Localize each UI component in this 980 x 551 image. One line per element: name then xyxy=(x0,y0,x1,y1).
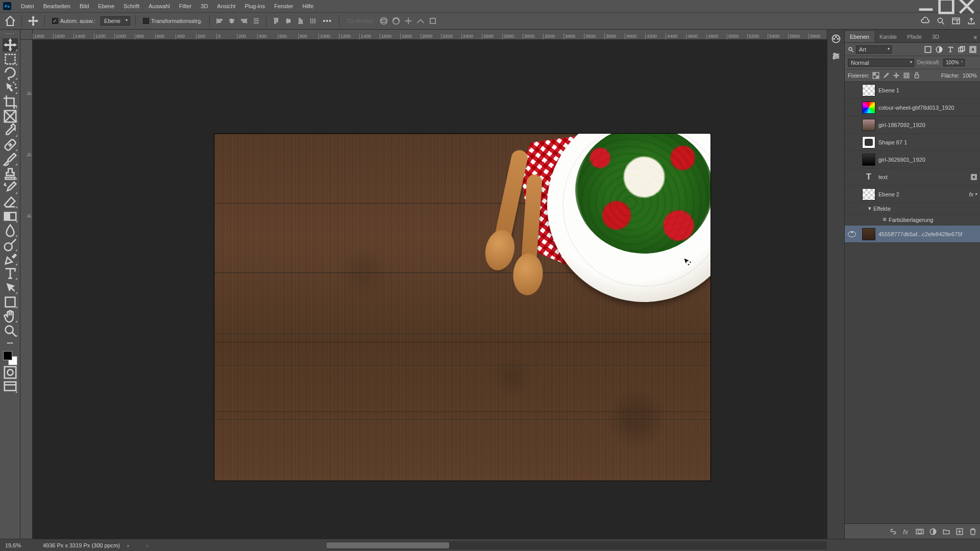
workspace-icon[interactable] xyxy=(951,16,961,26)
color-swatches[interactable] xyxy=(3,351,17,365)
marquee-tool[interactable] xyxy=(3,53,18,66)
layer-row[interactable]: Ebene 2fx ▾ xyxy=(845,186,980,203)
hand-tool[interactable] xyxy=(3,310,18,323)
layer-row[interactable]: ⦿Farbüberlagerung xyxy=(845,214,980,226)
effect-visibility-icon[interactable]: ⦿ xyxy=(883,217,887,222)
scroll-left-icon[interactable]: ‹ xyxy=(146,542,149,548)
minimize-icon[interactable] xyxy=(916,0,936,12)
layer-thumbnail[interactable] xyxy=(862,84,875,96)
layer-list[interactable]: Ebene 1colour-wheel-gbf78d013_1920girl-1… xyxy=(845,82,980,523)
toolbox-grip[interactable] xyxy=(3,32,17,36)
stamp-tool[interactable] xyxy=(3,167,18,180)
layer-name[interactable]: colour-wheel-gbf78d013_1920 xyxy=(878,105,977,111)
pen-tool[interactable] xyxy=(3,253,18,266)
menu-item[interactable]: Filter xyxy=(175,0,196,12)
distribute-icon[interactable] xyxy=(252,16,261,26)
menu-item[interactable]: Bearbeiten xyxy=(39,0,75,12)
maximize-icon[interactable] xyxy=(936,0,957,12)
link-layers-icon[interactable] xyxy=(889,528,897,536)
layer-name[interactable]: text xyxy=(878,174,971,180)
ruler-origin[interactable] xyxy=(20,30,33,40)
horizontal-scrollbar[interactable] xyxy=(327,541,827,549)
menu-item[interactable]: Auswahl xyxy=(144,0,175,12)
history-brush-tool[interactable] xyxy=(3,181,18,194)
layer-thumbnail[interactable] xyxy=(862,154,875,166)
layer-row[interactable]: colour-wheel-gbf78d013_1920 xyxy=(845,99,980,116)
quick-select-tool[interactable] xyxy=(3,81,18,94)
menu-item[interactable]: Hilfe xyxy=(298,0,318,12)
lock-position-icon[interactable] xyxy=(893,72,900,79)
layer-fx-icon[interactable]: fx xyxy=(902,528,911,536)
align-left-icon[interactable] xyxy=(215,16,224,26)
layer-name[interactable]: Ebene 1 xyxy=(878,87,977,93)
move-tool-icon[interactable] xyxy=(27,15,39,27)
menu-item[interactable]: Plug-ins xyxy=(240,0,270,12)
align-right-icon[interactable] xyxy=(239,16,249,26)
eyedropper-tool[interactable] xyxy=(3,124,18,137)
quickmask-icon[interactable] xyxy=(3,366,18,379)
brush-tool[interactable] xyxy=(3,153,18,166)
color-panel-icon[interactable] xyxy=(831,34,841,44)
layer-thumbnail[interactable] xyxy=(862,188,875,201)
tab-channels[interactable]: Kanäle xyxy=(874,31,902,42)
layer-thumbnail[interactable] xyxy=(862,119,875,131)
layer-row[interactable]: ▾Effekte xyxy=(845,203,980,214)
close-icon[interactable] xyxy=(957,0,977,12)
auto-select-target-dropdown[interactable]: Ebene xyxy=(101,16,130,26)
blur-tool[interactable] xyxy=(3,224,18,237)
transform-controls-checkbox[interactable]: Transformationsstrg. xyxy=(141,18,204,24)
layer-name[interactable]: Shape 87 1 xyxy=(878,139,977,145)
visibility-toggle[interactable] xyxy=(845,231,859,237)
layer-thumbnail[interactable] xyxy=(862,102,875,114)
ruler-horizontal[interactable]: 1800160014001200100080060040020002004006… xyxy=(33,30,827,40)
shape-tool[interactable] xyxy=(3,295,18,309)
align-hcenter-icon[interactable] xyxy=(227,16,236,26)
layer-row[interactable]: girl-1867092_1920 xyxy=(845,116,980,134)
panel-menu-icon[interactable]: ≡ xyxy=(971,32,980,42)
foreground-swatch[interactable] xyxy=(3,351,12,360)
canvas-area[interactable]: Unbenannt-1 bei 19,6% (4555ff777db5af116… xyxy=(20,30,827,539)
lock-all-icon[interactable] xyxy=(913,72,920,79)
tab-3d[interactable]: 3D xyxy=(927,31,944,42)
layer-thumbnail[interactable] xyxy=(862,136,875,148)
layer-thumbnail[interactable] xyxy=(862,228,875,240)
menu-item[interactable]: Ansicht xyxy=(212,0,240,12)
menu-item[interactable]: Schrift xyxy=(119,0,144,12)
zoom-tool[interactable] xyxy=(3,324,18,337)
new-layer-icon[interactable] xyxy=(955,528,964,536)
filter-smart-icon[interactable] xyxy=(969,45,977,54)
layer-row[interactable]: Shape 87 1 xyxy=(845,134,980,151)
opacity-value[interactable]: 100% xyxy=(943,59,965,66)
distribute-v-icon[interactable] xyxy=(308,16,317,26)
layer-group-icon[interactable] xyxy=(942,528,950,536)
cloud-docs-icon[interactable] xyxy=(921,16,930,26)
layer-name[interactable]: girl-1867092_1920 xyxy=(878,122,977,128)
home-icon[interactable] xyxy=(4,15,16,27)
layer-row[interactable]: 4555ff777db5af...c2efe8428e675f xyxy=(845,226,980,243)
layer-fx-badge[interactable]: fx ▾ xyxy=(969,191,977,197)
menu-item[interactable]: Fenster xyxy=(270,0,298,12)
share-icon[interactable] xyxy=(967,16,976,26)
layer-name[interactable]: girl-3626901_1920 xyxy=(878,157,977,163)
menu-item[interactable]: 3D xyxy=(196,0,212,12)
adjustment-layer-icon[interactable] xyxy=(929,528,937,536)
delete-layer-icon[interactable] xyxy=(969,528,977,536)
auto-select-checkbox[interactable]: Autom. ausw.: xyxy=(50,18,97,24)
tab-layers[interactable]: Ebenen xyxy=(845,31,874,42)
crop-tool[interactable] xyxy=(3,95,18,109)
info-chevron-icon[interactable]: › xyxy=(127,542,129,548)
filter-type-dropdown[interactable]: Art xyxy=(856,45,892,54)
ruler-vertical[interactable]: 000 xyxy=(20,40,33,539)
layer-thumbnail[interactable] xyxy=(862,171,875,183)
healing-tool[interactable] xyxy=(3,138,18,152)
lasso-tool[interactable] xyxy=(3,67,18,80)
layer-name[interactable]: Ebene 2 xyxy=(878,191,969,197)
type-tool[interactable] xyxy=(3,267,18,280)
layer-mask-icon[interactable] xyxy=(916,528,924,536)
blend-mode-dropdown[interactable]: Normal xyxy=(848,59,914,67)
eraser-tool[interactable] xyxy=(3,195,18,209)
canvas-document[interactable] xyxy=(214,134,710,481)
doc-info[interactable]: 4936 Px x 3319 Px (300 ppcm) xyxy=(43,542,120,548)
move-tool[interactable] xyxy=(3,38,18,52)
more-options-icon[interactable]: ••• xyxy=(321,17,334,25)
